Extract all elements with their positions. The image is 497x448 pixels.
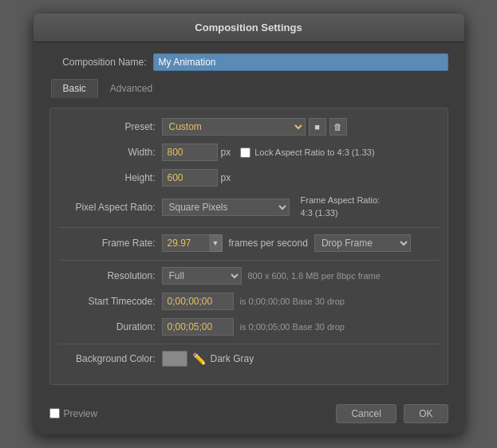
preview-checkbox[interactable] <box>49 408 60 419</box>
composition-settings-dialog: Composition Settings Composition Name: B… <box>34 14 464 434</box>
pixel-aspect-select[interactable]: Square Pixels <box>162 198 290 216</box>
preset-save-icon[interactable]: ■ <box>309 118 326 136</box>
tab-content-basic: Preset: Custom ■ 🗑 Width: px Lock Aspect… <box>49 108 448 385</box>
preset-select[interactable]: Custom <box>162 118 306 136</box>
bg-color-swatch[interactable] <box>162 351 187 367</box>
height-input[interactable] <box>162 169 218 187</box>
dialog-footer: Preview Cancel OK <box>34 396 464 434</box>
divider-3 <box>58 344 440 344</box>
tab-basic[interactable]: Basic <box>51 79 98 98</box>
bg-color-name: Dark Gray <box>211 353 254 364</box>
duration-label: Duration: <box>58 321 162 332</box>
dialog-title: Composition Settings <box>34 14 464 42</box>
frame-aspect-value: 4:3 (1.33) <box>301 207 381 219</box>
preset-label: Preset: <box>58 121 162 132</box>
pixel-aspect-label: Pixel Aspect Ratio: <box>58 202 162 213</box>
width-row: Width: px Lock Aspect Ratio to 4:3 (1.33… <box>58 143 440 161</box>
frame-aspect-label: Frame Aspect Ratio: <box>301 195 381 206</box>
preset-delete-icon[interactable]: 🗑 <box>329 118 347 136</box>
lock-aspect-checkbox[interactable] <box>240 147 250 158</box>
width-input[interactable] <box>162 143 218 161</box>
tab-advanced[interactable]: Advanced <box>98 79 164 98</box>
start-timecode-row: Start Timecode: is 0;00;00;00 Base 30 dr… <box>58 293 440 310</box>
tabs: Basic Advanced <box>49 79 448 98</box>
duration-row: Duration: is 0;00;05;00 Base 30 drop <box>58 318 440 336</box>
frame-rate-arrow[interactable]: ▼ <box>210 234 223 252</box>
lock-aspect-label[interactable]: Lock Aspect Ratio to 4:3 (1.33) <box>240 147 374 158</box>
resolution-select[interactable]: Full Half Third Quarter <box>162 267 242 285</box>
comp-name-input[interactable] <box>153 53 448 71</box>
preset-row: Preset: Custom ■ 🗑 <box>58 118 440 136</box>
start-timecode-info: is 0;00;00;00 Base 30 drop <box>240 297 345 306</box>
start-timecode-input[interactable] <box>162 293 234 310</box>
frame-rate-label: Frame Rate: <box>58 238 162 249</box>
fps-label: frames per second <box>229 238 308 249</box>
title-text: Composition Settings <box>195 22 302 33</box>
preview-label: Preview <box>64 408 98 419</box>
width-label: Width: <box>58 147 162 158</box>
width-unit: px <box>221 147 231 158</box>
comp-name-label: Composition Name: <box>49 57 153 68</box>
height-row: Height: px <box>58 169 440 187</box>
ok-button[interactable]: OK <box>404 404 448 423</box>
dialog-buttons: Cancel OK <box>336 404 448 423</box>
frame-aspect-info: Frame Aspect Ratio: 4:3 (1.33) <box>301 195 381 219</box>
resolution-row: Resolution: Full Half Third Quarter 800 … <box>58 267 440 285</box>
frame-rate-row: Frame Rate: ▼ frames per second Drop Fra… <box>58 234 440 252</box>
height-unit: px <box>221 172 231 183</box>
height-label: Height: <box>58 172 162 183</box>
frame-rate-input[interactable] <box>162 234 210 252</box>
bg-color-label: Background Color: <box>58 353 162 364</box>
drop-frame-select[interactable]: Drop Frame Non-Drop Frame <box>314 234 411 252</box>
resolution-label: Resolution: <box>58 270 162 281</box>
comp-name-row: Composition Name: <box>49 53 448 71</box>
bg-color-row: Background Color: ✏️ Dark Gray <box>58 351 440 367</box>
duration-input[interactable] <box>162 318 234 336</box>
color-picker-icon[interactable]: ✏️ <box>192 352 206 365</box>
preview-row: Preview <box>49 408 98 419</box>
cancel-button[interactable]: Cancel <box>336 404 396 423</box>
duration-info: is 0;00;05;00 Base 30 drop <box>240 322 345 332</box>
pixel-aspect-row: Pixel Aspect Ratio: Square Pixels Frame … <box>58 195 440 219</box>
resolution-info: 800 x 600, 1.8 MB per 8bpc frame <box>248 271 381 281</box>
divider-1 <box>58 227 440 228</box>
divider-2 <box>58 260 440 261</box>
start-timecode-label: Start Timecode: <box>58 296 162 307</box>
